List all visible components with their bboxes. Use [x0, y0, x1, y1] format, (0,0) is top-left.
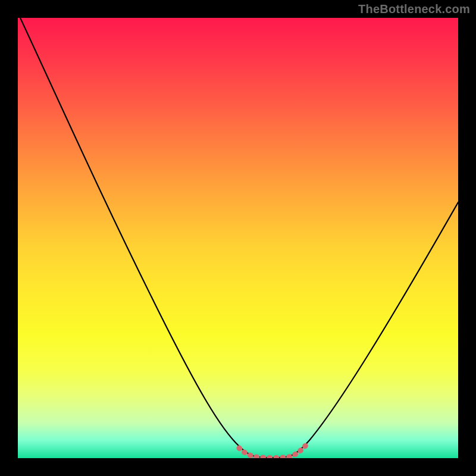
bottleneck-curve	[20, 18, 458, 458]
attribution-text: TheBottleneck.com	[358, 2, 470, 16]
min-band-marker	[239, 444, 307, 458]
chart-frame: TheBottleneck.com	[0, 0, 476, 476]
plot-area	[18, 18, 458, 458]
curve-layer	[18, 18, 458, 458]
